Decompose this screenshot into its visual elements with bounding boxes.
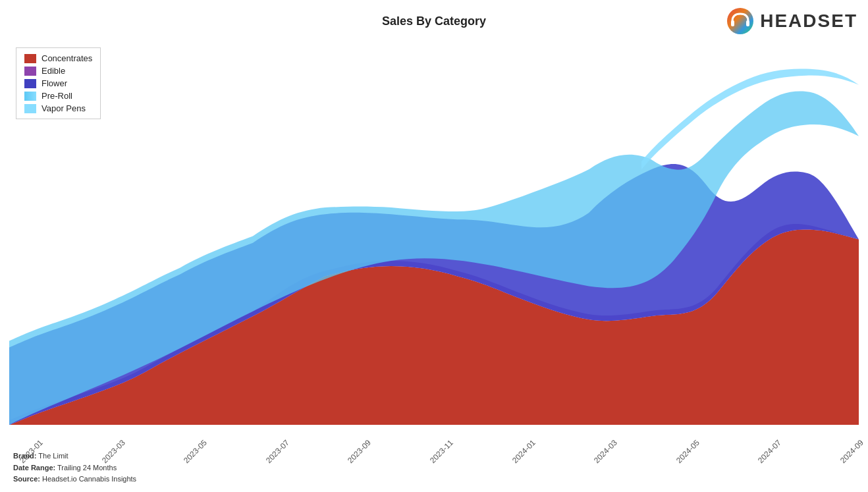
legend-label-edible: Edible <box>41 66 65 76</box>
svg-point-0 <box>727 8 753 34</box>
footer-date-range: Date Range: Trailing 24 Months <box>13 462 136 474</box>
chart-area <box>9 40 859 426</box>
footer-brand-value: The Limit <box>38 452 68 460</box>
chart-legend: ConcentratesEdibleFlowerPre-RollVapor Pe… <box>16 47 101 119</box>
x-axis-label: 2024-09 <box>838 438 865 465</box>
x-axis-label: 2023-05 <box>182 438 209 465</box>
legend-label-flower: Flower <box>41 78 67 88</box>
legend-swatch-concentrates <box>24 54 36 63</box>
x-axis-label: 2023-09 <box>346 438 373 465</box>
legend-swatch-edible <box>24 67 36 76</box>
x-axis-label: 2023-11 <box>428 438 455 465</box>
chart-svg <box>9 40 859 426</box>
legend-swatch-preroll <box>24 92 36 101</box>
footer-date-range-label: Date Range: <box>13 464 55 472</box>
logo-text: HEADSET <box>760 11 857 32</box>
logo-area: HEADSET <box>726 7 857 36</box>
legend-item-preroll: Pre-Roll <box>24 91 92 101</box>
x-axis-label: 2024-07 <box>756 438 783 465</box>
legend-label-vaporpens: Vapor Pens <box>41 103 86 113</box>
headset-logo-icon <box>726 7 755 36</box>
footer-source-value: Headset.io Cannabis Insights <box>42 475 136 483</box>
footer-brand: Brand: The Limit <box>13 451 136 462</box>
x-axis-label: 2024-03 <box>592 438 619 465</box>
footer-info: Brand: The Limit Date Range: Trailing 24… <box>13 451 136 485</box>
legend-swatch-vaporpens <box>24 104 36 113</box>
legend-label-concentrates: Concentrates <box>41 53 92 63</box>
x-axis-label: 2024-05 <box>674 438 701 465</box>
legend-item-concentrates: Concentrates <box>24 53 92 63</box>
legend-item-flower: Flower <box>24 78 92 88</box>
x-axis-labels: 2023-012023-032023-052023-072023-092023-… <box>9 438 859 447</box>
footer-date-range-value: Trailing 24 Months <box>57 464 117 472</box>
footer-source: Source: Headset.io Cannabis Insights <box>13 474 136 485</box>
legend-item-edible: Edible <box>24 66 92 76</box>
legend-label-preroll: Pre-Roll <box>41 91 72 101</box>
chart-title: Sales By Category <box>382 14 486 28</box>
footer-source-label: Source: <box>13 475 40 483</box>
x-axis-label: 2024-01 <box>510 438 537 465</box>
svg-rect-1 <box>731 20 734 26</box>
legend-swatch-flower <box>24 79 36 88</box>
legend-item-vaporpens: Vapor Pens <box>24 103 92 113</box>
page-container: HEADSET Sales By Category ConcentratesEd… <box>0 0 868 492</box>
x-axis-label: 2023-07 <box>264 438 291 465</box>
footer-brand-label: Brand: <box>13 452 36 460</box>
svg-rect-2 <box>746 20 749 26</box>
